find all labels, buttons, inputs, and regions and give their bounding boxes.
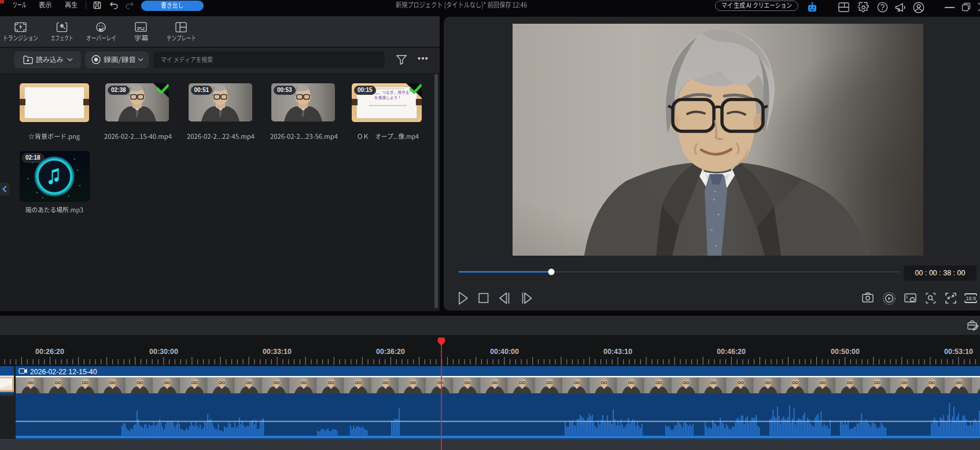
svg-text:2026-02-22 12-15-40: 2026-02-22 12-15-40 bbox=[30, 368, 97, 376]
svg-text:16:9: 16:9 bbox=[966, 296, 977, 301]
